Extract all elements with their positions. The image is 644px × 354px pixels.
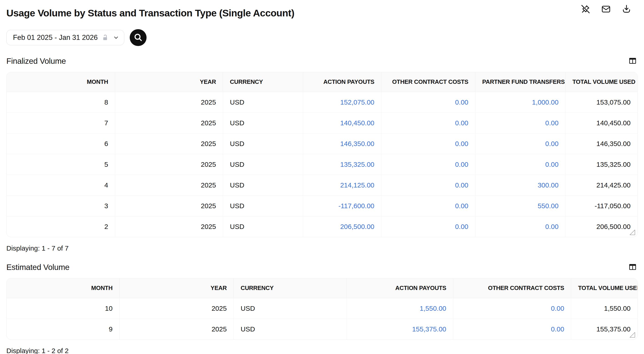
cell-year: 2025	[120, 298, 234, 319]
cell-link-partner_fund_transfers[interactable]: 0.00	[545, 223, 558, 230]
search-button[interactable]	[130, 29, 146, 46]
cell-partner_fund_transfers: 0.00	[476, 133, 566, 154]
cell-currency: USD	[234, 298, 346, 319]
table-resize-handle[interactable]	[630, 229, 635, 235]
chevron-down-icon	[113, 34, 120, 41]
cell-month: 4	[6, 175, 115, 195]
cell-month: 6	[6, 133, 115, 154]
section-title-estimated: Estimated Volume	[6, 263, 70, 272]
customize-columns-button[interactable]	[628, 262, 638, 272]
cell-link-partner_fund_transfers[interactable]: 0.00	[545, 140, 558, 147]
cell-link-other_contract_costs[interactable]: 0.00	[551, 325, 564, 333]
cell-year: 2025	[115, 113, 223, 133]
cell-action_payouts: 206,500.00	[303, 216, 382, 237]
cell-link-other_contract_costs[interactable]: 0.00	[455, 202, 468, 210]
cell-link-partner_fund_transfers[interactable]: 0.00	[545, 161, 558, 168]
column-header-action_payouts: ACTION PAYOUTS	[303, 72, 382, 92]
cell-link-other_contract_costs[interactable]: 0.00	[455, 140, 468, 147]
cell-partner_fund_transfers: 0.00	[476, 154, 566, 175]
cell-link-other_contract_costs[interactable]: 0.00	[455, 119, 468, 127]
column-header-currency: CURRENCY	[234, 278, 346, 298]
cell-other_contract_costs: 0.00	[382, 175, 476, 195]
cell-partner_fund_transfers: 0.00	[476, 216, 566, 237]
pagination-summary-finalized: Displaying: 1 - 7 of 7	[6, 244, 638, 252]
cell-link-partner_fund_transfers[interactable]: 0.00	[545, 119, 558, 127]
table-header-row: MONTHYEARCURRENCYACTION PAYOUTSOTHER CON…	[6, 72, 638, 92]
date-range-select[interactable]: Feb 01 2025 - Jan 31 2026	[6, 30, 124, 45]
cell-link-action_payouts[interactable]: 152,075.00	[340, 98, 374, 106]
cell-other_contract_costs: 0.00	[382, 195, 476, 216]
table-resize-handle[interactable]	[630, 332, 635, 338]
cell-currency: USD	[223, 216, 303, 237]
cell-currency: USD	[223, 92, 303, 113]
cell-currency: USD	[223, 113, 303, 133]
cell-other_contract_costs: 0.00	[382, 133, 476, 154]
column-header-other_contract_costs: OTHER CONTRACT COSTS	[382, 72, 476, 92]
cell-year: 2025	[115, 195, 223, 216]
cell-link-other_contract_costs[interactable]: 0.00	[455, 181, 468, 189]
cell-link-partner_fund_transfers[interactable]: 300.00	[538, 181, 559, 189]
cell-other_contract_costs: 0.00	[382, 216, 476, 237]
table-columns-icon	[628, 56, 637, 66]
column-header-other_contract_costs: OTHER CONTRACT COSTS	[453, 278, 571, 298]
cell-action_payouts: 152,075.00	[303, 92, 382, 113]
finalized-volume-table-container: MONTHYEARCURRENCYACTION PAYOUTSOTHER CON…	[6, 72, 638, 237]
cell-link-partner_fund_transfers[interactable]: 1,000.00	[532, 98, 559, 106]
unpin-report-button[interactable]	[580, 4, 591, 15]
cell-year: 2025	[115, 133, 223, 154]
cell-link-action_payouts[interactable]: 155,375.00	[412, 325, 446, 333]
cell-action_payouts: 146,350.00	[303, 133, 382, 154]
cell-total_volume_used: 155,375.00	[571, 319, 638, 339]
cell-link-other_contract_costs[interactable]: 0.00	[551, 304, 564, 312]
column-header-total_volume_used: TOTAL VOLUME USED	[566, 72, 638, 92]
column-header-year: YEAR	[115, 72, 223, 92]
table-row: 82025USD152,075.000.001,000.00153,075.00	[6, 92, 638, 113]
cell-year: 2025	[115, 216, 223, 237]
cell-action_payouts: -117,600.00	[303, 195, 382, 216]
cell-total_volume_used: -117,050.00	[566, 195, 638, 216]
table-row: 72025USD140,450.000.000.00140,450.00	[6, 113, 638, 133]
cell-link-other_contract_costs[interactable]: 0.00	[455, 98, 468, 106]
column-header-total_volume_used: TOTAL VOLUME USED	[571, 278, 638, 298]
cell-link-action_payouts[interactable]: 206,500.00	[340, 223, 374, 230]
cell-total_volume_used: 214,425.00	[566, 175, 638, 195]
cell-month: 10	[6, 298, 120, 319]
section-title-finalized: Finalized Volume	[6, 57, 66, 66]
customize-columns-button[interactable]	[628, 56, 638, 66]
cell-currency: USD	[223, 133, 303, 154]
table-row: 92025USD155,375.000.00155,375.00	[6, 319, 638, 339]
cell-currency: USD	[234, 319, 346, 339]
pin-off-icon	[580, 4, 590, 15]
cell-link-action_payouts[interactable]: 214,125.00	[340, 181, 374, 189]
table-row: 62025USD146,350.000.000.00146,350.00	[6, 133, 638, 154]
cell-partner_fund_transfers: 1,000.00	[476, 92, 566, 113]
cell-link-action_payouts[interactable]: 146,350.00	[340, 140, 374, 147]
cell-link-other_contract_costs[interactable]: 0.00	[455, 161, 468, 168]
cell-link-action_payouts[interactable]: -117,600.00	[338, 202, 374, 210]
download-report-button[interactable]	[621, 4, 632, 15]
date-range-value: Feb 01 2025 - Jan 31 2026	[13, 34, 98, 42]
cell-link-action_payouts[interactable]: 135,325.00	[340, 161, 374, 168]
cell-link-action_payouts[interactable]: 140,450.00	[340, 119, 374, 127]
cell-year: 2025	[120, 319, 234, 339]
column-header-year: YEAR	[120, 278, 234, 298]
cell-link-action_payouts[interactable]: 1,550.00	[420, 304, 446, 312]
cell-partner_fund_transfers: 300.00	[476, 175, 566, 195]
cell-month: 5	[6, 154, 115, 175]
column-header-partner_fund_transfers: PARTNER FUND TRANSFERS	[476, 72, 566, 92]
email-report-button[interactable]	[600, 4, 612, 15]
download-icon	[622, 4, 632, 15]
cell-month: 7	[6, 113, 115, 133]
cell-other_contract_costs: 0.00	[382, 154, 476, 175]
cell-link-partner_fund_transfers[interactable]: 550.00	[538, 202, 559, 210]
cell-action_payouts: 140,450.00	[303, 113, 382, 133]
cell-total_volume_used: 206,500.00	[566, 216, 638, 237]
cell-year: 2025	[115, 92, 223, 113]
cell-currency: USD	[223, 195, 303, 216]
mail-icon	[601, 4, 611, 15]
section-header: Estimated Volume	[6, 262, 638, 272]
table-row: 32025USD-117,600.000.00550.00-117,050.00	[6, 195, 638, 216]
cell-total_volume_used: 146,350.00	[566, 133, 638, 154]
cell-year: 2025	[115, 175, 223, 195]
cell-link-other_contract_costs[interactable]: 0.00	[455, 223, 468, 230]
